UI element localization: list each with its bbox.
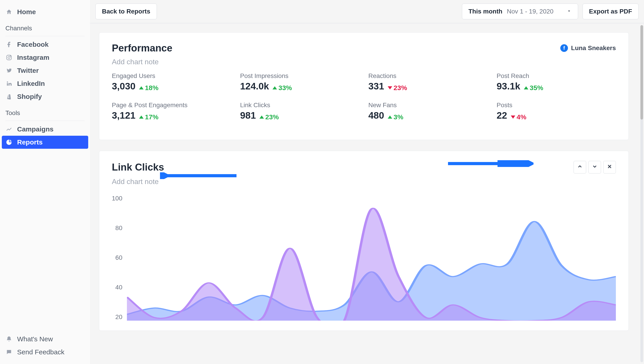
metric[interactable]: New Fans 480 3% <box>368 102 488 121</box>
metric-label: Post Reach <box>497 72 616 80</box>
link-clicks-title: Link Clicks <box>112 162 164 173</box>
sidebar-label: Reports <box>17 138 43 146</box>
metric-delta: 18% <box>139 84 158 92</box>
topbar: Back to Reports This month Nov 1 - 19, 2… <box>90 0 644 23</box>
metric-delta: 4% <box>511 113 526 121</box>
back-to-reports-button[interactable]: Back to Reports <box>95 4 157 19</box>
metric[interactable]: Post Impressions 124.0k 33% <box>240 72 359 92</box>
sidebar-item-reports[interactable]: Reports <box>2 136 88 149</box>
triangle-down-icon <box>511 116 515 119</box>
sidebar-item-twitter[interactable]: Twitter <box>2 64 88 77</box>
metric-value: 981 <box>240 110 256 121</box>
sidebar-item-home[interactable]: Home <box>2 6 88 18</box>
metric-value: 480 <box>368 110 384 121</box>
chevron-up-icon <box>577 164 583 171</box>
account-name: Luna Sneakers <box>571 44 616 52</box>
move-up-button[interactable] <box>574 161 586 174</box>
period-range: Nov 1 - 19, 2020 <box>507 8 554 15</box>
sidebar-item-shopify[interactable]: Shopify <box>2 90 88 103</box>
sidebar-label: Campaigns <box>17 126 54 133</box>
triangle-up-icon <box>524 86 528 90</box>
metric-delta: 3% <box>388 113 403 121</box>
shopify-icon <box>6 93 13 100</box>
triangle-up-icon <box>260 116 264 119</box>
close-icon <box>607 164 612 171</box>
metric-delta: 33% <box>273 84 292 92</box>
metric-label: New Fans <box>368 102 488 109</box>
sidebar-label-home: Home <box>17 8 36 16</box>
metric-value: 3,030 <box>112 81 135 92</box>
chart-area <box>127 195 616 321</box>
feedback-icon <box>6 348 13 356</box>
link-clicks-card: Link Clicks <box>99 151 629 331</box>
chart-y-axis: 10080604020 <box>112 195 127 321</box>
divider <box>6 121 85 121</box>
y-tick: 40 <box>112 284 122 291</box>
sidebar-item-facebook[interactable]: Facebook <box>2 38 88 51</box>
account-chip[interactable]: f Luna Sneakers <box>560 44 616 52</box>
metric[interactable]: Link Clicks 981 23% <box>240 102 359 121</box>
metric-value: 93.1k <box>497 81 520 92</box>
export-pdf-button[interactable]: Export as PDF <box>583 4 638 19</box>
sidebar-section-channels: Channels <box>2 18 88 34</box>
scrollbar-thumb[interactable] <box>640 25 643 120</box>
y-tick: 20 <box>112 314 122 321</box>
metric-value: 22 <box>497 110 507 121</box>
sidebar-item-instagram[interactable]: Instagram <box>2 51 88 64</box>
metric[interactable]: Engaged Users 3,030 18% <box>112 72 231 92</box>
divider <box>6 36 85 36</box>
chevron-down-icon <box>567 8 572 15</box>
y-tick: 60 <box>112 254 122 261</box>
facebook-icon <box>6 41 13 48</box>
svg-point-1 <box>8 56 10 58</box>
sidebar-item-whats-new[interactable]: What's New <box>2 332 88 346</box>
metric-label: Reactions <box>368 72 488 80</box>
date-range-picker[interactable]: This month Nov 1 - 19, 2020 <box>462 4 578 19</box>
triangle-up-icon <box>273 86 277 90</box>
metric[interactable]: Reactions 331 23% <box>368 72 488 92</box>
home-icon <box>6 8 13 16</box>
metric[interactable]: Post Reach 93.1k 35% <box>497 72 616 92</box>
metric[interactable]: Page & Post Engagements 3,121 17% <box>112 102 231 121</box>
metric-label: Page & Post Engagements <box>112 102 231 109</box>
add-chart-note[interactable]: Add chart note <box>112 58 616 66</box>
facebook-badge-icon: f <box>560 44 568 52</box>
sidebar-label: What's New <box>17 335 53 343</box>
sidebar-item-send-feedback[interactable]: Send Feedback <box>2 346 88 358</box>
sidebar-label: LinkedIn <box>17 80 45 88</box>
chevron-down-icon <box>592 164 598 171</box>
linkedin-icon <box>6 80 13 87</box>
metric-value: 124.0k <box>240 81 269 92</box>
sidebar-section-tools: Tools <box>2 103 88 119</box>
metric-label: Engaged Users <box>112 72 231 80</box>
sidebar-item-linkedin[interactable]: LinkedIn <box>2 77 88 90</box>
sidebar: Home Channels Facebook Instagram Twitter <box>0 0 90 364</box>
annotation-arrow <box>160 172 237 179</box>
button-label: Export as PDF <box>589 8 632 15</box>
metric-delta: 35% <box>524 84 543 92</box>
annotation-arrow <box>448 160 534 167</box>
twitter-icon <box>6 67 13 74</box>
button-label: Back to Reports <box>102 8 150 15</box>
metric-value: 331 <box>368 81 384 92</box>
sidebar-label: Facebook <box>17 41 49 48</box>
triangle-down-icon <box>388 86 392 90</box>
y-tick: 100 <box>112 195 122 202</box>
remove-card-button[interactable] <box>603 161 616 174</box>
metric-label: Post Impressions <box>240 72 359 80</box>
triangle-up-icon <box>139 116 144 119</box>
metric[interactable]: Posts 22 4% <box>497 102 616 121</box>
sidebar-item-campaigns[interactable]: Campaigns <box>2 123 88 136</box>
svg-point-2 <box>10 56 11 56</box>
metric-delta: 23% <box>388 84 407 92</box>
move-down-button[interactable] <box>588 161 601 174</box>
bell-icon <box>6 336 13 343</box>
reports-icon <box>6 139 13 146</box>
period-label: This month <box>469 8 503 15</box>
metric-delta: 17% <box>139 113 158 121</box>
campaigns-icon <box>6 126 13 133</box>
performance-title: Performance <box>112 42 172 54</box>
metric-delta: 23% <box>260 113 279 121</box>
performance-card: Performance f Luna Sneakers Add chart no… <box>99 32 629 140</box>
instagram-icon <box>6 54 13 61</box>
